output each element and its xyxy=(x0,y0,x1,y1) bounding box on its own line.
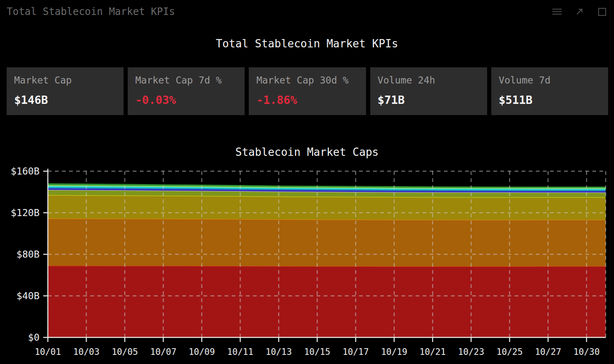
y-axis-tick-label: $120B xyxy=(11,207,40,218)
page-title: Total Stablecoin Market KPIs xyxy=(0,37,614,50)
x-axis-tick-label: 10/01 xyxy=(35,347,61,357)
chart-title: Stablecoin Market Caps xyxy=(0,146,614,158)
dashboard-window: Total Stablecoin Market KPIs Total Stabl… xyxy=(0,0,614,364)
maximize-icon-glyph xyxy=(598,8,606,16)
area-layer-02-orange xyxy=(48,219,606,266)
x-axis-tick-label: 10/27 xyxy=(535,347,561,357)
kpi-card-volume-24h: Volume 24h $71B xyxy=(370,67,487,115)
y-axis-tick-label: $40B xyxy=(17,290,40,301)
window-controls xyxy=(552,7,607,16)
kpi-label: Volume 7d xyxy=(499,76,601,85)
area-layer-03-dark-gold xyxy=(48,195,606,220)
y-axis-tick-label: $80B xyxy=(17,249,40,260)
kpi-value: $511B xyxy=(499,94,601,106)
kpi-card-market-cap-7d: Market Cap 7d % -0.03% xyxy=(128,67,245,115)
kpi-value: -1.86% xyxy=(256,94,358,106)
window-title: Total Stablecoin Market KPIs xyxy=(7,6,175,17)
x-axis-tick-label: 10/23 xyxy=(458,347,484,357)
expand-icon[interactable] xyxy=(575,7,584,16)
window-titlebar: Total Stablecoin Market KPIs xyxy=(0,0,614,23)
x-axis-tick-label: 10/13 xyxy=(265,347,292,357)
kpi-value: $71B xyxy=(378,94,480,106)
area-layer-01-red xyxy=(48,266,606,338)
kpi-card-market-cap: Market Cap $146B xyxy=(7,67,124,115)
kpi-row: Market Cap $146B Market Cap 7d % -0.03% … xyxy=(7,67,608,115)
kpi-label: Market Cap 7d % xyxy=(135,76,237,85)
x-axis-tick-label: 10/30 xyxy=(573,347,599,357)
chart-area: $0$40B$80B$120B$160B10/0110/0310/0510/07… xyxy=(3,164,611,363)
kpi-card-market-cap-30d: Market Cap 30d % -1.86% xyxy=(249,67,366,115)
x-axis-tick-label: 10/17 xyxy=(342,347,369,357)
kpi-label: Market Cap 30d % xyxy=(256,76,358,85)
x-axis-tick-label: 10/19 xyxy=(381,347,407,357)
x-axis-tick-label: 10/15 xyxy=(304,347,330,357)
menu-icon[interactable] xyxy=(552,7,562,16)
kpi-label: Market Cap xyxy=(14,76,116,85)
kpi-value: -0.03% xyxy=(135,94,237,106)
maximize-icon[interactable] xyxy=(597,7,607,16)
y-axis-tick-label: $0 xyxy=(28,332,40,343)
kpi-card-volume-7d: Volume 7d $511B xyxy=(491,67,608,115)
menu-icon-glyph xyxy=(552,9,562,15)
x-axis-tick-label: 10/21 xyxy=(419,347,446,357)
kpi-value: $146B xyxy=(14,94,116,106)
y-axis-tick-label: $160B xyxy=(11,166,40,177)
x-axis-tick-label: 10/05 xyxy=(111,347,138,357)
kpi-label: Volume 24h xyxy=(378,76,480,85)
x-axis-tick-label: 10/09 xyxy=(188,347,215,357)
x-axis-tick-label: 10/07 xyxy=(150,347,176,357)
x-axis-tick-label: 10/25 xyxy=(496,347,522,357)
x-axis-tick-label: 10/11 xyxy=(227,347,253,357)
expand-icon-glyph xyxy=(575,7,584,16)
x-axis-tick-label: 10/03 xyxy=(73,347,99,357)
stablecoin-market-caps-chart: $0$40B$80B$120B$160B10/0110/0310/0510/07… xyxy=(3,164,611,363)
